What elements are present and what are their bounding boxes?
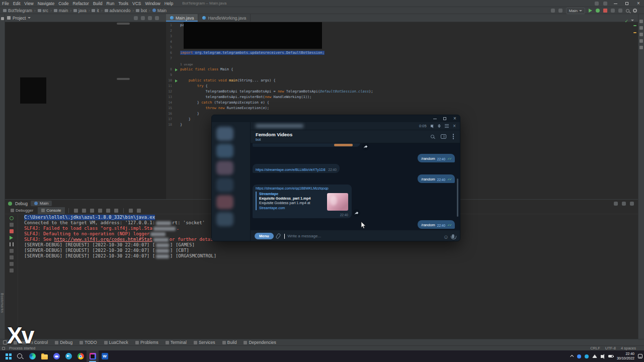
menu-window[interactable]: Window xyxy=(143,1,162,6)
close-panel-icon[interactable] xyxy=(630,202,634,206)
tab-debugger[interactable]: Debugger xyxy=(7,207,37,214)
step-into-icon[interactable] xyxy=(90,209,94,213)
chat-list-item[interactable] xyxy=(216,144,233,158)
outgoing-message[interactable]: /random 22:40 xyxy=(418,154,455,162)
toolwindow-problems[interactable]: Problems xyxy=(132,339,162,346)
rerun-button[interactable] xyxy=(10,216,14,220)
incoming-message-card[interactable]: https://streamtape.com/e/qg1B8WKLMzztqoq… xyxy=(253,185,352,218)
ai-assistant-icon[interactable] xyxy=(639,46,643,49)
toolwindow-switcher-icon[interactable] xyxy=(3,340,7,344)
tab-main-java[interactable]: Main.java xyxy=(166,14,198,22)
link-preview-thumbnail[interactable] xyxy=(327,193,348,211)
breadcrumb-item[interactable]: bot xyxy=(141,8,147,13)
toolwindow-debug[interactable]: Debug xyxy=(51,339,76,346)
close-button[interactable] xyxy=(635,0,642,7)
taskbar-intellij-icon[interactable] xyxy=(87,350,99,362)
tab-console[interactable]: Console xyxy=(38,207,64,214)
scrollbar-thumb[interactable] xyxy=(457,178,458,217)
sidebar-toggle-icon[interactable] xyxy=(441,134,446,139)
breadcrumb-item[interactable]: java xyxy=(78,8,87,13)
collapse-all-icon[interactable] xyxy=(141,16,145,20)
breadcrumb-item[interactable]: advancedo xyxy=(110,8,131,13)
resume-button[interactable] xyxy=(10,236,13,240)
chat-list-item[interactable] xyxy=(216,212,233,226)
menu-help[interactable]: Help xyxy=(163,1,175,6)
project-tab-label[interactable]: Project xyxy=(13,16,26,21)
taskbar-discord-icon[interactable] xyxy=(50,350,62,362)
message-area[interactable]: /random 22:40 https://streamtape.com/e/B… xyxy=(251,143,460,230)
maven-icon[interactable] xyxy=(639,33,643,36)
bot-menu-button[interactable]: Menu xyxy=(255,233,274,239)
status-utf-8[interactable]: UTF-8 xyxy=(605,346,616,350)
step-over-icon[interactable] xyxy=(82,209,86,213)
panel-settings-icon[interactable] xyxy=(148,16,152,20)
pause-button[interactable] xyxy=(10,242,14,246)
console-link[interactable]: http://www.slf4j.org/codes.html#Stat xyxy=(54,237,152,242)
toolwindow-luacheck[interactable]: LuaCheck xyxy=(101,339,132,346)
search-everywhere-icon[interactable] xyxy=(626,9,629,13)
force-step-into-icon[interactable] xyxy=(98,209,102,213)
inspections-ok-icon[interactable] xyxy=(624,16,628,25)
emoji-icon[interactable] xyxy=(443,232,449,241)
microphone-icon[interactable] xyxy=(452,234,454,238)
scrollbar-thumb[interactable] xyxy=(117,78,130,80)
chat-list-item[interactable] xyxy=(216,178,233,192)
outgoing-message[interactable]: /random 22:40 xyxy=(418,220,455,229)
close-button[interactable] xyxy=(450,115,460,122)
evaluate-expression-icon[interactable] xyxy=(129,209,133,213)
restore-layout-icon[interactable] xyxy=(10,262,14,266)
tab-handleworking-java[interactable]: HandleWorking.java xyxy=(198,14,251,22)
layout-settings-icon[interactable] xyxy=(551,9,555,13)
project-tree[interactable] xyxy=(5,22,166,199)
mute-breakpoints-icon[interactable] xyxy=(10,255,14,259)
panel-settings-icon[interactable] xyxy=(614,202,618,206)
outgoing-message[interactable]: /random 22:40 xyxy=(418,174,455,183)
toolwindow-todo[interactable]: TODO xyxy=(76,339,100,346)
debug-session-tab[interactable]: Main xyxy=(31,201,52,206)
stop-button[interactable] xyxy=(10,229,14,233)
playlist-icon[interactable] xyxy=(445,126,449,126)
run-config-select[interactable]: Main xyxy=(566,8,585,14)
menu-edit[interactable]: Edit xyxy=(11,1,23,6)
breadcrumb-item[interactable]: BotTelegram xyxy=(8,8,32,13)
status-4-spaces[interactable]: 4 spaces xyxy=(621,346,636,350)
toolwindow-build[interactable]: Build xyxy=(219,339,240,346)
minimize-button[interactable] xyxy=(430,115,440,122)
view-breakpoints-icon[interactable] xyxy=(10,249,14,253)
status-grid-icon[interactable] xyxy=(2,347,5,350)
minimize-button[interactable] xyxy=(612,0,619,7)
preview-site[interactable]: Streamtape xyxy=(259,192,326,196)
forward-icon[interactable] xyxy=(362,143,369,150)
network-icon[interactable] xyxy=(592,354,597,358)
watch-icon[interactable] xyxy=(137,209,141,213)
playlist-order-icon[interactable] xyxy=(438,124,441,128)
chat-title[interactable]: Femdom Videos xyxy=(256,132,460,137)
menu-view[interactable]: View xyxy=(22,1,35,6)
chevron-down-icon[interactable] xyxy=(28,17,31,19)
coverage-icon[interactable] xyxy=(611,9,615,13)
bookmarks-stripe-label[interactable]: Bookmarks xyxy=(1,293,4,313)
modify-run-config-icon[interactable] xyxy=(10,223,14,227)
status-crlf[interactable]: CRLF xyxy=(590,346,600,350)
toolbar-extra-icon[interactable] xyxy=(603,2,607,6)
run-gutter-icon[interactable] xyxy=(175,79,178,82)
breadcrumb-item[interactable]: src xyxy=(43,8,48,13)
inspections-chevron-icon[interactable] xyxy=(631,20,634,21)
taskbar-start-icon[interactable] xyxy=(2,350,14,362)
search-icon[interactable] xyxy=(431,135,434,138)
pin-tab-icon[interactable] xyxy=(10,268,14,273)
tray-clock[interactable]: 22:40 30/10/2022 xyxy=(617,352,634,361)
incoming-message[interactable]: https://streamtape.com/e/BLLbBloVeXTy1D8… xyxy=(253,164,340,173)
breadcrumb-item[interactable]: it xyxy=(97,8,99,13)
scrollbar-thumb[interactable] xyxy=(117,23,130,25)
close-player-icon[interactable] xyxy=(453,123,456,129)
settings-gear-icon[interactable] xyxy=(633,9,637,13)
tray-chevron-icon[interactable] xyxy=(570,355,574,358)
menu-refactor[interactable]: Refactor xyxy=(71,1,91,6)
taskbar-search-icon[interactable] xyxy=(14,350,26,362)
chat-list-item[interactable] xyxy=(216,127,233,141)
preview-link[interactable]: Streamtape.com xyxy=(259,206,326,210)
chat-header[interactable]: Femdom Videos bot xyxy=(251,130,460,143)
locate-file-icon[interactable] xyxy=(134,16,138,20)
menu-build[interactable]: Build xyxy=(91,1,105,6)
